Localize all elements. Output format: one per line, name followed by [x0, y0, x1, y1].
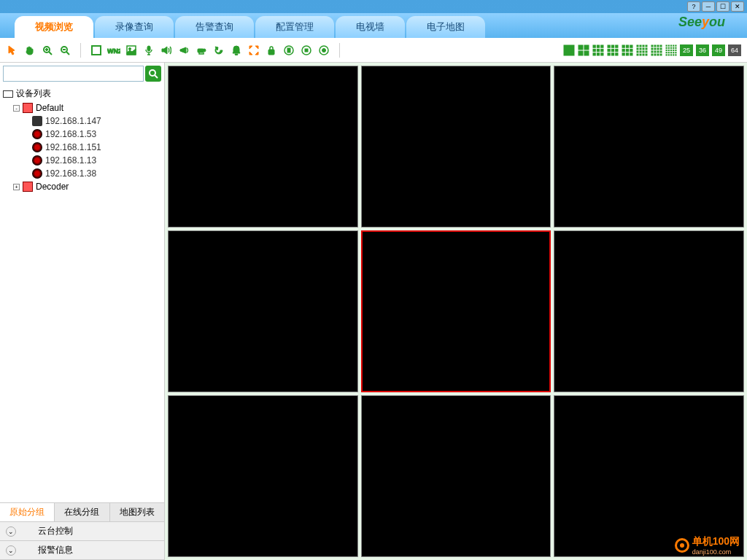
minimize-button[interactable]: ─	[702, 1, 715, 12]
svg-rect-77	[651, 53, 654, 55]
speaker-icon[interactable]	[160, 44, 173, 57]
svg-rect-69	[651, 47, 654, 50]
expand-toggle-icon[interactable]: +	[13, 184, 20, 190]
svg-rect-53	[637, 47, 639, 50]
layout-grid-20[interactable]	[665, 44, 677, 56]
zoom-in-icon[interactable]	[41, 44, 54, 57]
maximize-button[interactable]: ☐	[716, 1, 729, 12]
refresh-icon[interactable]	[212, 44, 225, 57]
accordion-1[interactable]: ⌄报警信息	[0, 541, 164, 560]
help-button[interactable]: ?	[687, 1, 700, 12]
snapshot-icon[interactable]	[125, 44, 138, 57]
svg-rect-63	[643, 53, 645, 55]
app-logo: Seeyou	[678, 15, 725, 30]
svg-rect-83	[670, 44, 672, 46]
svg-rect-48	[630, 52, 632, 55]
ptz-icon[interactable]	[195, 44, 208, 57]
svg-rect-27	[600, 48, 603, 51]
expand-toggle-icon[interactable]: -	[13, 105, 20, 112]
video-cell-4[interactable]	[361, 230, 551, 392]
side-tab-2[interactable]: 地图列表	[110, 503, 164, 521]
layout-grid-4[interactable]	[578, 44, 589, 56]
mic-icon[interactable]	[142, 44, 155, 57]
svg-rect-64	[646, 53, 648, 55]
zoom-out-icon[interactable]	[58, 44, 71, 57]
tree-group-0[interactable]: -Default	[10, 101, 164, 114]
tab-0[interactable]: 视频浏览	[15, 16, 93, 38]
layout-num-36[interactable]: 36	[696, 44, 709, 56]
layout-grid-9[interactable]	[622, 44, 633, 56]
tree-device-0-4[interactable]: 192.168.1.38	[10, 167, 164, 180]
separator	[339, 43, 340, 58]
svg-rect-34	[608, 48, 611, 51]
video-cell-1[interactable]	[361, 66, 551, 228]
hand-icon[interactable]	[23, 44, 36, 57]
tree-device-0-1[interactable]: 192.168.1.53	[10, 128, 164, 141]
layout-num-49[interactable]: 49	[712, 44, 725, 56]
video-cell-3[interactable]	[168, 230, 358, 392]
svg-rect-26	[597, 48, 600, 51]
tab-4[interactable]: 电视墙	[336, 16, 405, 38]
video-cell-5[interactable]	[554, 230, 744, 392]
svg-rect-90	[675, 47, 676, 48]
stop-icon[interactable]	[300, 44, 313, 57]
layout-grid-1[interactable]	[563, 44, 575, 56]
separator	[80, 43, 81, 58]
layout-num-64[interactable]: 64	[728, 44, 741, 56]
svg-rect-61	[637, 53, 639, 55]
talk-icon[interactable]	[177, 44, 190, 57]
svg-rect-9	[268, 50, 274, 55]
device-icon	[32, 116, 42, 126]
layout-grid-13[interactable]	[636, 44, 648, 56]
tree-device-0-2[interactable]: 192.168.1.151	[10, 141, 164, 154]
pointer-icon[interactable]	[6, 44, 19, 57]
search-input[interactable]	[3, 66, 144, 82]
close-button[interactable]: ✕	[731, 1, 744, 12]
svg-rect-101	[666, 54, 667, 55]
video-cell-0[interactable]	[168, 66, 358, 228]
tab-1[interactable]: 录像查询	[95, 16, 174, 38]
svg-rect-28	[593, 52, 596, 55]
fullscreen-icon[interactable]	[90, 44, 103, 57]
win2-icon[interactable]: WN2	[107, 44, 120, 57]
accordion-0[interactable]: ⌄云台控制	[0, 522, 164, 541]
device-root-icon	[3, 90, 13, 98]
sidebar-tabs: 原始分组在线分组地图列表	[0, 502, 164, 521]
video-cell-6[interactable]	[168, 395, 358, 557]
layout-grid-8[interactable]	[607, 44, 619, 56]
svg-rect-55	[643, 47, 645, 50]
video-cell-7[interactable]	[361, 395, 551, 557]
side-tab-1[interactable]: 在线分组	[55, 503, 109, 521]
toolbar: WN2 25364964	[0, 38, 747, 63]
pause-icon[interactable]	[282, 44, 295, 57]
tab-2[interactable]: 告警查询	[175, 16, 254, 38]
svg-rect-6	[147, 46, 150, 51]
svg-rect-62	[640, 53, 642, 55]
record-icon[interactable]	[317, 44, 330, 57]
video-area	[165, 63, 747, 560]
lock-icon[interactable]	[265, 44, 278, 57]
search-button[interactable]	[145, 66, 161, 82]
svg-rect-18	[578, 44, 584, 50]
layout-grid-6[interactable]	[592, 44, 604, 56]
video-cell-8[interactable]	[554, 395, 744, 557]
device-icon	[32, 142, 42, 152]
tree-device-0-3[interactable]: 192.168.1.13	[10, 154, 164, 167]
side-tab-0[interactable]: 原始分组	[0, 503, 55, 521]
svg-rect-33	[615, 44, 618, 47]
svg-rect-68	[660, 44, 662, 47]
tree-group-1[interactable]: +Decoder	[10, 180, 164, 193]
alarm-icon[interactable]	[230, 44, 243, 57]
tab-3[interactable]: 配置管理	[255, 16, 334, 38]
svg-rect-44	[626, 48, 629, 51]
video-cell-2[interactable]	[554, 66, 744, 228]
tree-device-0-0[interactable]: 192.168.1.147	[10, 114, 164, 128]
layout-grid-16[interactable]	[651, 44, 662, 56]
svg-rect-47	[626, 52, 629, 55]
tab-5[interactable]: 电子地图	[406, 16, 485, 38]
svg-rect-67	[657, 44, 659, 47]
layout-num-25[interactable]: 25	[680, 44, 693, 56]
expand-icon[interactable]	[247, 44, 260, 57]
svg-rect-46	[622, 52, 625, 55]
svg-rect-59	[643, 50, 645, 52]
